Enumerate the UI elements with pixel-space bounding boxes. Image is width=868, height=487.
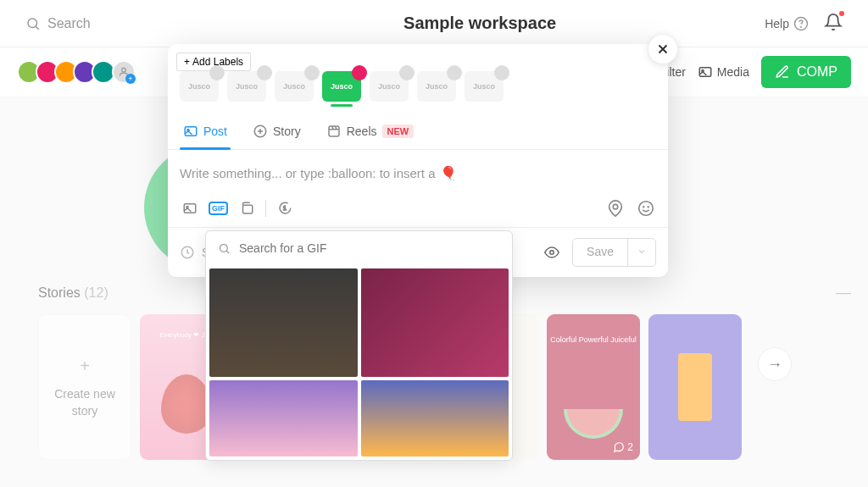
first-comment-button[interactable]: 1 [275,198,295,219]
divider [265,200,266,217]
header: Search Sample workspace Help [0,0,868,47]
gif-item[interactable] [209,268,358,377]
chat-1-icon: 1 [277,201,292,216]
facebook-icon [209,65,225,80]
close-button[interactable] [648,34,678,64]
svg-line-29 [226,251,229,253]
emoji-button[interactable] [636,198,656,219]
compose-icon [775,64,790,80]
svg-point-25 [648,207,648,208]
svg-point-3 [801,26,802,27]
user-icon [118,66,130,78]
help-button[interactable]: Help [765,16,809,31]
twitter-icon [257,65,272,80]
save-button[interactable]: Save [573,239,627,266]
help-icon [793,16,809,31]
gif-search-input[interactable] [239,241,500,255]
svg-point-27 [550,251,554,255]
new-badge: NEW [382,125,415,138]
account-instagram[interactable]: Jusco [322,71,361,102]
account-linkedin[interactable]: Jusco [275,71,314,102]
tab-post[interactable]: Post [180,113,231,149]
youtube-icon [447,65,462,80]
location-icon [606,199,625,218]
instagram-icon [399,65,415,80]
account-twitter[interactable]: Jusco [227,71,266,102]
clock-icon [180,245,195,260]
gif-item[interactable] [361,268,509,377]
svg-text:1: 1 [283,205,287,211]
svg-point-0 [28,19,37,28]
svg-rect-20 [243,205,253,213]
editor-area[interactable]: Write something... or type :balloon: to … [168,150,668,190]
compose-modal: + Add Labels Jusco Jusco Jusco Jusco Jus… [168,44,668,277]
editor-toolbar: GIF 1 [168,190,668,227]
notification-dot [839,11,844,16]
image-upload-button[interactable] [180,198,200,219]
account-instagram-2[interactable]: Jusco [370,71,409,102]
tiktok-icon [494,65,509,80]
account-facebook[interactable]: Jusco [180,71,219,102]
search-placeholder: Search [47,16,91,31]
reels-icon [326,124,342,139]
image-icon [182,201,198,216]
post-type-tabs: Post Story Reels NEW [168,113,668,150]
account-tiktok[interactable]: Jusco [465,71,504,102]
search-icon [25,16,41,31]
tab-story[interactable]: Story [249,113,304,149]
media-button[interactable]: Media [698,64,749,80]
close-icon [655,42,670,57]
svg-rect-9 [185,127,197,136]
workspace-title: Sample workspace [195,14,765,33]
gif-search [206,231,512,265]
account-youtube[interactable]: Jusco [417,71,456,102]
svg-point-28 [220,244,228,252]
svg-point-24 [643,207,644,208]
gif-button[interactable]: GIF [209,202,228,215]
header-actions: Help [765,13,843,35]
balloon-emoji: 🎈 [440,165,457,181]
search-area[interactable]: Search [25,16,195,31]
team-avatars [17,60,136,84]
media-icon [698,64,713,80]
svg-rect-14 [329,126,339,136]
save-button-group: Save [572,238,656,267]
notifications-button[interactable] [824,13,843,35]
chevron-down-icon [637,246,647,257]
linkedin-icon [304,65,320,80]
svg-rect-18 [184,204,196,213]
save-dropdown[interactable] [627,239,655,266]
search-icon [218,242,231,255]
preview-button[interactable] [542,242,562,263]
gallery-icon [239,201,254,216]
plus-circle-icon [253,124,268,139]
svg-point-23 [639,202,654,216]
location-button[interactable] [605,198,626,219]
instagram-icon [352,65,367,80]
compose-button[interactable]: COMP [761,56,851,88]
image-icon [183,124,198,139]
plus-icon: + [184,56,190,68]
gallery-button[interactable] [236,198,257,219]
svg-line-1 [36,26,38,29]
svg-point-22 [613,204,618,209]
add-user-button[interactable] [112,60,136,84]
emoji-icon [637,199,655,218]
gif-picker [205,230,513,461]
svg-rect-5 [699,68,711,77]
editor-placeholder: Write something... or type :balloon: to … [180,165,656,181]
tab-reels[interactable]: Reels NEW [323,113,417,149]
eye-icon [544,245,559,260]
gif-item[interactable] [361,380,509,457]
svg-point-4 [122,68,126,72]
gif-item[interactable] [209,380,358,457]
gif-results[interactable] [206,265,512,460]
